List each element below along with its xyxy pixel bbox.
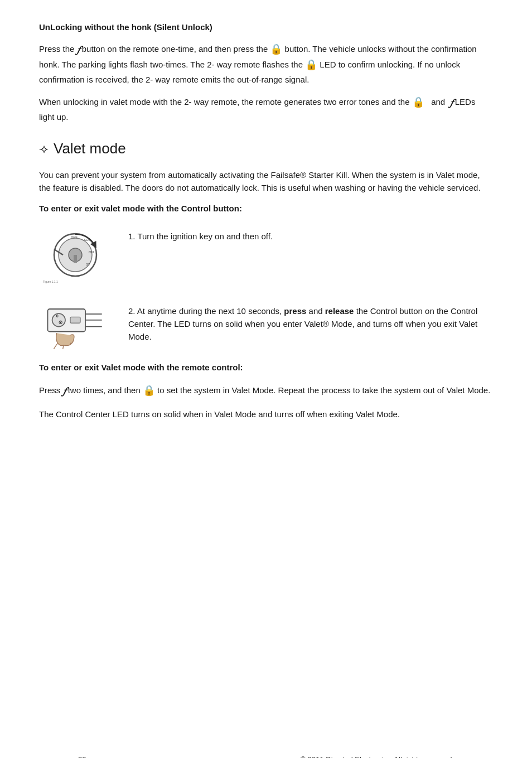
section-valet: ⟢ Valet mode You can prevent your system… (39, 140, 493, 421)
page-footer: 20 © 2011 Directed Electronics. All righ… (78, 755, 454, 758)
svg-rect-3 (74, 255, 77, 263)
s-icon-4: 🔒 (143, 383, 155, 399)
svg-text:OFF: OFF (71, 235, 78, 239)
step2-text: 2. At anytime during the next 10 seconds… (128, 299, 493, 344)
valet-section-title: ⟢ Valet mode (39, 140, 493, 157)
svg-text:Figure 1.1.1: Figure 1.1.1 (43, 280, 58, 283)
valet-paragraph4: The Control Center LED turns on solid wh… (39, 408, 493, 421)
copyright-text: © 2011 Directed Electronics. All rights … (301, 755, 454, 758)
section1-paragraph2: When unlocking in valet mode with the 2-… (39, 95, 493, 123)
svg-text:ON: ON (89, 250, 94, 254)
s-icon-2: 🔒 (305, 57, 317, 73)
valet-subheading2: To enter or exit Valet mode with the rem… (39, 363, 493, 372)
valet-intro: You can prevent your system from automat… (39, 168, 493, 195)
f-icon-3: 𝑓 (63, 386, 66, 396)
steps-control-button: OFF ACC ON ST Figure 1.1.1 (39, 224, 493, 349)
step1-row: OFF ACC ON ST Figure 1.1.1 (39, 224, 493, 286)
arrow-icon: ⟢ (39, 142, 48, 156)
f-icon: 𝑓 (77, 45, 80, 55)
valet-paragraph3: Press 𝑓 two times, and then 🔒 to set the… (39, 383, 493, 399)
page-number: 20 (78, 755, 86, 758)
f-icon-2: 𝑓 (450, 98, 453, 108)
valet-subheading1: To enter or exit valet mode with the Con… (39, 204, 493, 213)
section-unlocking: UnLocking without the honk (Silent Unloc… (39, 22, 493, 123)
step2-row: 0 ⦿ 2. (39, 299, 493, 349)
svg-text:0: 0 (56, 313, 59, 318)
step1-text: 1. Turn the ignition key on and then off… (128, 224, 493, 243)
step2-bold-release: release (325, 306, 354, 316)
svg-text:⦿: ⦿ (59, 320, 62, 325)
step2-bold-press: press (284, 306, 306, 316)
s-icon-1: 🔒 (270, 42, 282, 57)
section1-paragraph1: Press the 𝑓 button on the remote one-tim… (39, 42, 493, 86)
svg-rect-14 (70, 317, 80, 323)
step1-image: OFF ACC ON ST Figure 1.1.1 (39, 224, 112, 286)
svg-text:ST: ST (86, 263, 90, 266)
s-icon-3: 🔒 (412, 95, 424, 110)
step2-image: 0 ⦿ (39, 299, 112, 349)
section1-heading: UnLocking without the honk (Silent Unloc… (39, 22, 493, 32)
